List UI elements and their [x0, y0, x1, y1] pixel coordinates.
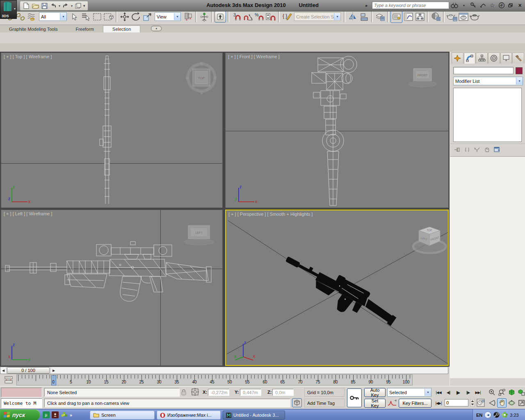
- add-time-tag-cell[interactable]: Add Time Tag: [304, 399, 345, 407]
- zoom-extents-icon[interactable]: [507, 388, 516, 397]
- keyboard-shortcut-override-button[interactable]: [215, 11, 226, 23]
- close-button[interactable]: ×: [516, 2, 523, 8]
- viewport-perspective[interactable]: [ + ] [ Perspective ] [ Smooth + Highlig…: [225, 210, 449, 366]
- time-configuration-icon[interactable]: [477, 399, 485, 407]
- render-production-icon[interactable]: [469, 11, 480, 23]
- make-unique-icon[interactable]: [474, 147, 480, 153]
- layer-manager-icon[interactable]: [374, 11, 386, 23]
- minimize-button[interactable]: –: [498, 2, 504, 8]
- rectangular-selection-region-icon[interactable]: [91, 11, 103, 23]
- select-and-rotate-icon[interactable]: [130, 11, 142, 23]
- zoom-icon[interactable]: [487, 388, 497, 397]
- communication-center-icon[interactable]: [479, 2, 487, 9]
- current-frame-field[interactable]: [445, 399, 468, 406]
- viewport-left[interactable]: [ + ] [ Left ] [ Wireframe ]: [1, 210, 223, 366]
- orbit-icon[interactable]: [507, 398, 516, 408]
- maximize-viewport-toggle-icon[interactable]: [517, 398, 525, 408]
- previous-frame-button[interactable]: ◀||: [444, 388, 453, 397]
- field-of-view-icon[interactable]: [487, 398, 497, 408]
- open-mini-curve-editor-button[interactable]: [2, 375, 15, 384]
- x-coord-field[interactable]: -0,272m: [208, 389, 229, 396]
- default-tangent-icon[interactable]: [387, 399, 397, 406]
- maxscript-mini-listener-pink[interactable]: [1, 388, 42, 397]
- favorites-star-icon[interactable]: ☆: [488, 2, 496, 9]
- edit-named-selection-sets-icon[interactable]: { }: [281, 11, 292, 23]
- select-and-scale-icon[interactable]: [142, 11, 153, 23]
- restore-button[interactable]: [507, 2, 514, 8]
- isolate-selection-icon[interactable]: [292, 398, 302, 407]
- quick-launch-app-icon[interactable]: [52, 411, 59, 418]
- taskbar-task-screen[interactable]: Screen: [90, 411, 155, 420]
- pin-stack-icon[interactable]: [454, 147, 461, 153]
- viewcube-front-plate[interactable]: FRONT: [407, 68, 438, 87]
- viewport-left-label[interactable]: [ + ] [ Left ] [ Wireframe ]: [4, 211, 52, 216]
- bind-to-space-warp-icon[interactable]: [26, 11, 37, 23]
- auto-key-button[interactable]: Auto Key: [364, 388, 386, 397]
- absolute-offset-mode-icon[interactable]: [191, 388, 199, 396]
- key-filters-button[interactable]: Key Filters...: [399, 399, 431, 408]
- show-end-result-icon[interactable]: [465, 147, 470, 153]
- taskbar-task-opera-image[interactable]: Изображение:Max i...: [157, 411, 221, 420]
- named-selection-set-arrow-icon[interactable]: ▾: [334, 13, 340, 20]
- reference-coordsys-dropdown[interactable]: View ▾: [155, 12, 181, 21]
- named-selection-set-dropdown[interactable]: Create Selection Se ▾: [294, 12, 341, 21]
- selection-filter-dropdown[interactable]: All ▾: [39, 12, 67, 21]
- start-button[interactable]: пуск: [0, 409, 40, 420]
- quick-launch-overflow-icon[interactable]: »: [70, 413, 72, 418]
- play-button[interactable]: ▶: [454, 388, 463, 397]
- icq-tray-icon[interactable]: [502, 412, 508, 418]
- spinner-snap-toggle-icon[interactable]: [265, 11, 276, 23]
- object-color-swatch[interactable]: [516, 67, 523, 74]
- motion-tab-icon[interactable]: [488, 52, 500, 64]
- frame-spinner-icon[interactable]: [470, 399, 475, 406]
- search-binoculars-icon[interactable]: [450, 2, 459, 9]
- ribbon-tab-freeform[interactable]: Freeform: [66, 26, 103, 32]
- percent-snap-toggle-icon[interactable]: %: [254, 11, 265, 23]
- select-and-move-icon[interactable]: [119, 11, 130, 23]
- ribbon-minimize-icon[interactable]: ▾: [151, 26, 162, 31]
- quick-launch-flower-icon[interactable]: [61, 411, 68, 418]
- time-slider-button[interactable]: 0 / 100: [7, 367, 50, 374]
- next-frame-button[interactable]: ||▶: [463, 388, 472, 397]
- graphite-ribbon-toggle-icon[interactable]: [390, 11, 402, 23]
- taskbar-clock[interactable]: 3:23: [510, 413, 518, 418]
- viewcube-left-plate[interactable]: LEFT: [183, 225, 215, 245]
- modifier-list-dropdown[interactable]: Modifier List ▾: [453, 77, 523, 85]
- infocenter-expand-icon[interactable]: ▸: [363, 2, 371, 9]
- viewport-top[interactable]: [ + ] [ Top ] [ Wireframe ] TOP N E S W …: [1, 52, 223, 208]
- key-mode-toggle-button[interactable]: |◀▶|: [434, 399, 443, 408]
- go-to-start-button[interactable]: |◀◀: [434, 388, 443, 397]
- language-indicator[interactable]: EN: [476, 413, 482, 418]
- application-menu-button[interactable]: 3DS ▾: [0, 0, 17, 19]
- select-object-icon[interactable]: [68, 11, 80, 23]
- viewcube-3d[interactable]: TOP LEFT FRONT: [411, 221, 448, 256]
- selection-filter-arrow-icon[interactable]: ▾: [60, 13, 66, 20]
- hierarchy-tab-icon[interactable]: [476, 52, 488, 64]
- set-keys-button[interactable]: [347, 388, 362, 407]
- utilities-tab-icon[interactable]: [512, 52, 524, 64]
- schematic-view-icon[interactable]: [414, 11, 425, 23]
- viewcube-top-compass[interactable]: TOP N E S W: [185, 60, 218, 95]
- viewport-top-label[interactable]: [ + ] [ Top ] [ Wireframe ]: [4, 54, 52, 59]
- render-setup-icon[interactable]: [446, 11, 457, 23]
- configure-modifier-sets-icon[interactable]: [494, 147, 500, 153]
- ribbon-tab-selection[interactable]: Selection: [103, 25, 140, 32]
- z-coord-field[interactable]: 0,0m: [272, 389, 294, 396]
- zoom-all-icon[interactable]: [497, 388, 507, 397]
- display-tab-icon[interactable]: [500, 52, 512, 64]
- viewport-perspective-label[interactable]: [ + ] [ Perspective ] [ Smooth + Highlig…: [228, 212, 313, 217]
- modify-tab-icon[interactable]: [464, 52, 476, 64]
- zoom-extents-all-icon[interactable]: [517, 388, 525, 397]
- modifier-list-arrow-icon[interactable]: ▾: [516, 78, 523, 84]
- tray-collapse-icon[interactable]: ◀: [484, 411, 491, 418]
- viewport-front-label[interactable]: [ + ] [ Front ] [ Wireframe ]: [228, 54, 280, 59]
- previous-frame-arrow-button[interactable]: ◀: [0, 367, 7, 374]
- select-and-manipulate-icon[interactable]: [199, 11, 210, 23]
- rendered-frame-window-icon[interactable]: [458, 11, 469, 23]
- window-crossing-toggle-icon[interactable]: [103, 11, 114, 23]
- material-editor-icon[interactable]: [430, 11, 441, 23]
- taskbar-task-3dsmax[interactable]: Untitled - Autodesk 3...: [223, 411, 285, 420]
- snap-toggle-3d-icon[interactable]: 3: [231, 11, 242, 23]
- pan-view-icon[interactable]: [497, 398, 507, 408]
- subscription-key-icon[interactable]: [469, 2, 477, 9]
